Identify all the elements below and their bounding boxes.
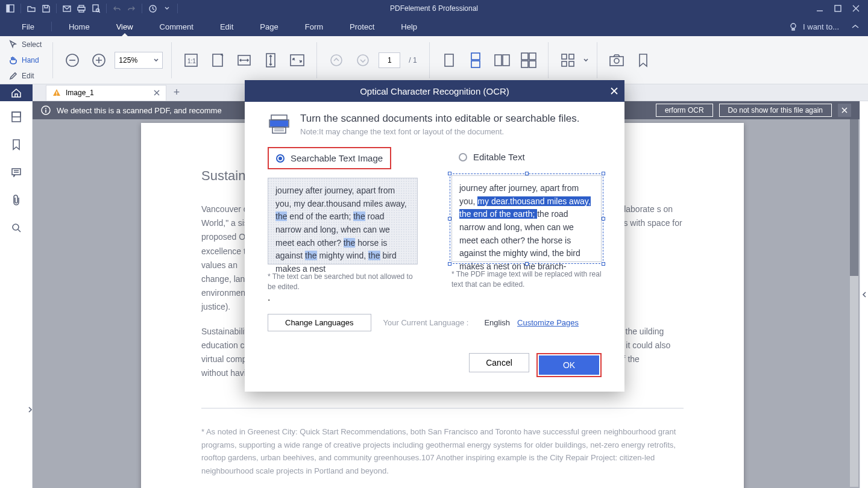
page-up-icon[interactable] <box>326 49 347 71</box>
customize-pages-link[interactable]: Customize Pages <box>517 318 579 327</box>
minimize-icon[interactable] <box>814 2 826 14</box>
svg-rect-22 <box>471 53 480 60</box>
attachments-panel-icon[interactable] <box>9 193 24 207</box>
svg-rect-27 <box>529 53 536 60</box>
svg-rect-9 <box>835 5 841 11</box>
close-notice-icon[interactable] <box>838 104 851 117</box>
tool-select[interactable]: Select <box>6 37 44 52</box>
history-icon[interactable] <box>146 2 159 15</box>
radio-searchable[interactable]: Searchable Text Image <box>269 148 390 168</box>
radio-on-icon <box>276 154 285 163</box>
svg-rect-29 <box>529 61 536 67</box>
pencil-icon <box>8 71 18 81</box>
fit-page-icon[interactable] <box>207 49 228 71</box>
svg-rect-30 <box>562 54 567 59</box>
svg-rect-24 <box>495 55 502 66</box>
close-dialog-icon[interactable] <box>610 87 618 95</box>
tool-edit[interactable]: Edit <box>6 69 44 83</box>
bookmark-icon[interactable] <box>632 49 654 71</box>
svg-point-35 <box>614 58 619 63</box>
maximize-icon[interactable] <box>832 2 844 14</box>
dialog-heading: Turn the scanned documents into editable… <box>300 113 579 125</box>
menu-help[interactable]: Help <box>388 17 430 36</box>
left-sidebar <box>0 101 33 488</box>
expand-right-icon[interactable] <box>860 101 868 488</box>
close-tab-icon[interactable] <box>154 90 160 96</box>
ok-button[interactable]: OK <box>539 355 599 375</box>
tab-label: Image_1 <box>66 89 94 97</box>
thumbnails-panel-icon[interactable] <box>9 110 24 124</box>
mail-icon[interactable] <box>60 2 74 15</box>
svg-rect-44 <box>45 110 46 113</box>
dont-show-button[interactable]: Do not show for this file again <box>719 104 832 117</box>
zoom-select[interactable]: 125% <box>115 52 163 69</box>
fit-width-icon[interactable] <box>233 49 255 71</box>
change-languages-button[interactable]: Change Languages <box>268 314 371 331</box>
fit-height-icon[interactable] <box>260 49 281 71</box>
svg-rect-4 <box>78 7 85 10</box>
menu-edit[interactable]: Edit <box>207 17 247 36</box>
menu-form[interactable]: Form <box>292 17 336 36</box>
cancel-button[interactable]: Cancel <box>469 353 529 372</box>
menu-protect[interactable]: Protect <box>336 17 388 36</box>
new-tab-button[interactable]: + <box>169 85 184 101</box>
menu-comment[interactable]: Comment <box>146 17 207 36</box>
actual-size-icon[interactable]: 1:1 <box>180 49 202 71</box>
page-down-icon[interactable] <box>352 49 374 71</box>
qat-dropdown-icon[interactable] <box>160 2 174 15</box>
scrollbar-thumb[interactable] <box>850 119 858 276</box>
perform-ocr-button[interactable]: erform OCR <box>656 104 713 117</box>
warning-icon <box>52 89 61 97</box>
svg-rect-21 <box>445 54 453 66</box>
fullscreen-icon[interactable] <box>286 49 308 71</box>
menu-home[interactable]: Home <box>55 17 103 36</box>
facing-icon[interactable] <box>491 49 513 71</box>
menu-file[interactable]: File <box>8 17 48 36</box>
svg-rect-26 <box>521 53 528 60</box>
bookmarks-panel-icon[interactable] <box>9 137 24 152</box>
page-number-input[interactable]: 1 <box>379 52 400 68</box>
chevron-down-icon[interactable] <box>583 58 588 62</box>
save-icon[interactable] <box>39 2 52 15</box>
cursor-icon <box>8 40 18 49</box>
undo-icon[interactable] <box>110 2 124 15</box>
tool-hand[interactable]: Hand <box>6 53 44 67</box>
expand-sidebar-icon[interactable] <box>28 405 33 416</box>
comments-panel-icon[interactable] <box>9 165 24 180</box>
radio-editable[interactable]: Editable Text <box>451 147 602 167</box>
svg-rect-36 <box>56 92 57 94</box>
svg-rect-15 <box>213 54 222 66</box>
continuous-icon[interactable] <box>465 49 486 71</box>
print-icon[interactable] <box>75 2 88 15</box>
svg-point-10 <box>791 23 796 28</box>
snapshot-icon[interactable] <box>606 49 627 71</box>
svg-rect-25 <box>503 55 509 66</box>
bulb-icon <box>788 22 798 31</box>
zoom-out-button[interactable] <box>61 49 83 71</box>
dialog-title-bar: Optical Character Recognition (OCR) <box>245 80 624 102</box>
svg-text:1:1: 1:1 <box>187 58 196 64</box>
i-want-to[interactable]: I want to... <box>788 22 839 31</box>
menu-view[interactable]: View <box>103 17 146 36</box>
app-logo-icon[interactable] <box>4 2 17 15</box>
home-tab-icon[interactable] <box>0 84 33 101</box>
dialog-subheading: Note:It may change the text font or layo… <box>300 127 579 136</box>
open-icon[interactable] <box>25 2 38 15</box>
zoom-in-button[interactable] <box>88 49 110 71</box>
svg-point-43 <box>45 108 46 109</box>
vertical-scrollbar[interactable] <box>850 119 858 487</box>
thumbnails-icon[interactable] <box>557 49 579 71</box>
document-tab[interactable]: Image_1 <box>46 85 166 101</box>
menu-page[interactable]: Page <box>247 17 291 36</box>
single-page-icon[interactable] <box>438 49 460 71</box>
search-panel-icon[interactable] <box>9 221 24 235</box>
redo-icon[interactable] <box>125 2 138 15</box>
facing-continuous-icon[interactable] <box>518 49 539 71</box>
current-language-value: English <box>484 318 510 327</box>
svg-point-19 <box>331 55 342 66</box>
svg-rect-1 <box>7 5 10 12</box>
search-doc-icon[interactable] <box>89 2 102 15</box>
collapse-ribbon-icon[interactable] <box>851 22 860 31</box>
svg-rect-39 <box>12 112 20 117</box>
close-window-icon[interactable] <box>850 2 862 14</box>
